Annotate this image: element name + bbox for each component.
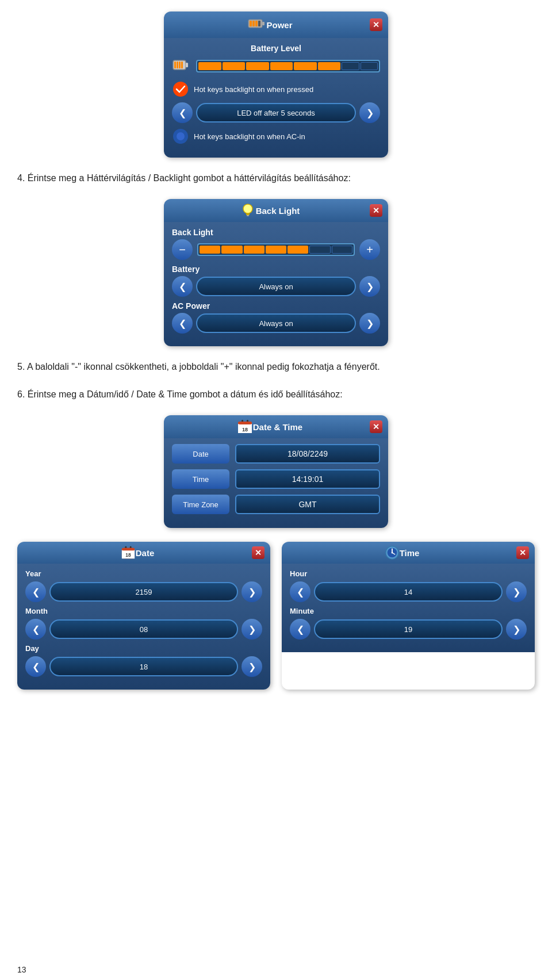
hour-right-button[interactable]: ❯ bbox=[506, 581, 527, 602]
timezone-value: GMT bbox=[235, 495, 380, 514]
svg-rect-10 bbox=[179, 62, 181, 68]
month-row: ❮ 08 ❯ bbox=[25, 619, 262, 640]
svg-rect-28 bbox=[122, 548, 135, 551]
time-window-close[interactable]: ✕ bbox=[516, 546, 529, 559]
svg-text:18: 18 bbox=[242, 427, 248, 432]
minute-left-button[interactable]: ❮ bbox=[290, 619, 310, 640]
year-row: ❮ 2159 ❯ bbox=[25, 581, 262, 602]
backlight-title-text: Back Light bbox=[256, 206, 300, 216]
hour-right-arrow: ❯ bbox=[513, 587, 520, 598]
hotkeys-ac-row: Hot keys backlight on when AC-in bbox=[172, 128, 380, 145]
bulb-icon bbox=[240, 202, 256, 219]
led-left-arrow: ❮ bbox=[179, 108, 186, 118]
hour-row: ❮ 14 ❯ bbox=[290, 581, 527, 602]
date-calendar-icon: 18 bbox=[121, 545, 136, 560]
month-value: 08 bbox=[49, 619, 238, 639]
day-right-button[interactable]: ❯ bbox=[241, 656, 262, 677]
time-button[interactable]: Time bbox=[172, 469, 229, 489]
power-section: Power ✕ Battery Level bbox=[17, 12, 535, 158]
battery-icon bbox=[172, 56, 191, 76]
step5-section: 5. A baloldali "-" ikonnal csökkentheti,… bbox=[17, 360, 535, 374]
ac-right-button[interactable]: ❯ bbox=[359, 313, 380, 334]
minute-right-button[interactable]: ❯ bbox=[506, 619, 527, 640]
svg-point-15 bbox=[243, 204, 252, 213]
date-window-body: Year ❮ 2159 ❯ Month ❮ 08 ❯ Day bbox=[17, 564, 270, 690]
led-left-button[interactable]: ❮ bbox=[172, 102, 193, 123]
plus-label: + bbox=[366, 243, 373, 257]
date-window-title: Date bbox=[136, 548, 155, 558]
minute-label: Minute bbox=[290, 607, 527, 615]
date-window-close[interactable]: ✕ bbox=[252, 546, 264, 559]
minute-row: ❮ 19 ❯ bbox=[290, 619, 527, 640]
time-window: Time ✕ Hour ❮ 14 ❯ Minute ❮ 19 bbox=[282, 542, 535, 690]
battery-bar bbox=[196, 60, 380, 72]
svg-rect-2 bbox=[250, 21, 252, 26]
led-off-row: ❮ LED off after 5 seconds ❯ bbox=[172, 102, 380, 123]
time-window-body: Hour ❮ 14 ❯ Minute ❮ 19 ❯ bbox=[282, 564, 535, 652]
datetime-title-text: Date & Time bbox=[253, 422, 302, 432]
month-right-button[interactable]: ❯ bbox=[241, 619, 262, 640]
svg-rect-8 bbox=[174, 62, 176, 68]
time-row: Time 14:19:01 bbox=[172, 469, 380, 489]
ac-left-button[interactable]: ❮ bbox=[172, 313, 193, 334]
month-left-arrow: ❮ bbox=[32, 624, 40, 635]
svg-text:18: 18 bbox=[125, 552, 131, 558]
datetime-section: 18 Date & Time ✕ Date 18/08/2249 Time 14… bbox=[17, 415, 535, 528]
year-left-button[interactable]: ❮ bbox=[25, 581, 46, 602]
battery-value-display: Always on bbox=[196, 277, 356, 296]
led-right-button[interactable]: ❯ bbox=[359, 102, 380, 123]
brightness-minus-button[interactable]: − bbox=[172, 239, 193, 260]
time-window-title: Time bbox=[400, 548, 420, 558]
led-right-arrow: ❯ bbox=[366, 108, 374, 118]
ac-value-display: Always on bbox=[196, 313, 356, 333]
power-close-button[interactable]: ✕ bbox=[370, 18, 382, 31]
datetime-close-button[interactable]: ✕ bbox=[370, 420, 382, 433]
year-value: 2159 bbox=[49, 582, 238, 602]
year-left-arrow: ❮ bbox=[32, 587, 40, 598]
hour-left-button[interactable]: ❮ bbox=[290, 581, 310, 602]
hour-left-arrow: ❮ bbox=[297, 587, 304, 598]
month-right-arrow: ❯ bbox=[248, 624, 256, 635]
battery-left-button[interactable]: ❮ bbox=[172, 276, 193, 297]
svg-rect-11 bbox=[181, 62, 183, 68]
brightness-bar bbox=[197, 243, 355, 256]
checkmark-icon bbox=[172, 81, 189, 98]
battery-right-arrow: ❯ bbox=[366, 281, 374, 292]
datetime-window: 18 Date & Time ✕ Date 18/08/2249 Time 14… bbox=[164, 415, 388, 528]
day-left-button[interactable]: ❮ bbox=[25, 656, 46, 677]
clock-icon bbox=[385, 545, 400, 560]
date-value: 18/08/2249 bbox=[235, 444, 380, 464]
datetime-window-body: Date 18/08/2249 Time 14:19:01 Time Zone … bbox=[164, 438, 388, 528]
battery-right-button[interactable]: ❯ bbox=[359, 276, 380, 297]
ac-always-on-row: ❮ Always on ❯ bbox=[172, 313, 380, 334]
svg-rect-22 bbox=[238, 422, 252, 424]
step4-section: 4. Érintse meg a Háttérvilágítás / Backl… bbox=[17, 171, 535, 185]
timezone-row: Time Zone GMT bbox=[172, 495, 380, 514]
step6-text: 6. Érintse meg a Dátum/idő / Date & Time… bbox=[17, 388, 535, 401]
battery-always-on-row: ❮ Always on ❯ bbox=[172, 276, 380, 297]
hotkeys-ac-label: Hot keys backlight on when AC-in bbox=[194, 132, 380, 141]
backlight-close-button[interactable]: ✕ bbox=[370, 204, 382, 217]
battery-level-row bbox=[172, 56, 380, 76]
year-label: Year bbox=[25, 569, 262, 578]
brightness-plus-button[interactable]: + bbox=[359, 239, 380, 260]
svg-rect-7 bbox=[186, 63, 188, 67]
year-right-button[interactable]: ❯ bbox=[241, 581, 262, 602]
month-left-button[interactable]: ❮ bbox=[25, 619, 46, 640]
ac-power-label: AC Power bbox=[172, 301, 380, 311]
bottom-windows-row: 18 Date ✕ Year ❮ 2159 ❯ Month ❮ bbox=[17, 542, 535, 690]
power-window-body: Battery Level bbox=[164, 38, 388, 158]
year-right-arrow: ❯ bbox=[248, 587, 256, 598]
svg-rect-5 bbox=[258, 21, 260, 26]
timezone-button[interactable]: Time Zone bbox=[172, 495, 229, 514]
backlight-window: Back Light ✕ Back Light − bbox=[164, 199, 388, 346]
date-row: Date 18/08/2249 bbox=[172, 444, 380, 464]
step6-section: 6. Érintse meg a Dátum/idő / Date & Time… bbox=[17, 388, 535, 401]
date-button[interactable]: Date bbox=[172, 444, 229, 464]
minute-right-arrow: ❯ bbox=[513, 624, 520, 635]
led-value-display: LED off after 5 seconds bbox=[196, 103, 356, 122]
svg-rect-17 bbox=[247, 215, 249, 216]
day-left-arrow: ❮ bbox=[32, 661, 40, 672]
svg-point-34 bbox=[391, 552, 393, 554]
time-window-titlebar: Time ✕ bbox=[282, 542, 535, 564]
